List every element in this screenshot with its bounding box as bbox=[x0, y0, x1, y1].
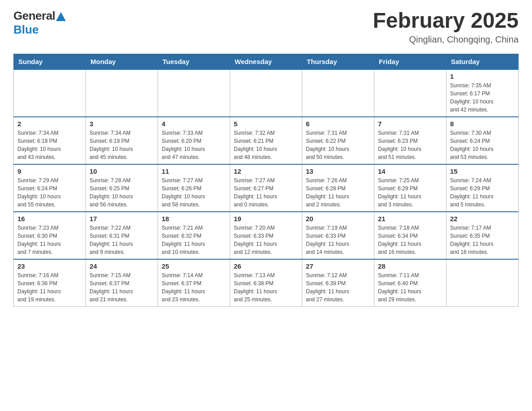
table-row: 25Sunrise: 7:14 AM Sunset: 6:37 PM Dayli… bbox=[158, 259, 230, 307]
day-number: 25 bbox=[162, 262, 226, 270]
day-number: 6 bbox=[306, 120, 370, 128]
page-header: General Blue February 2025 Qinglian, Cho… bbox=[13, 9, 519, 45]
day-number: 10 bbox=[90, 167, 154, 175]
day-info: Sunrise: 7:34 AM Sunset: 6:19 PM Dayligh… bbox=[90, 129, 154, 161]
day-info: Sunrise: 7:25 AM Sunset: 6:29 PM Dayligh… bbox=[378, 176, 442, 209]
month-title: February 2025 bbox=[373, 9, 519, 33]
day-number: 16 bbox=[17, 215, 82, 223]
day-number: 22 bbox=[450, 215, 515, 223]
day-number: 24 bbox=[90, 262, 154, 270]
week-row-4: 16Sunrise: 7:23 AM Sunset: 6:30 PM Dayli… bbox=[14, 212, 519, 259]
location-subtitle: Qinglian, Chongqing, China bbox=[373, 34, 519, 45]
svg-marker-0 bbox=[56, 12, 66, 21]
table-row bbox=[374, 69, 446, 117]
table-row: 6Sunrise: 7:31 AM Sunset: 6:22 PM Daylig… bbox=[302, 117, 374, 164]
table-row: 9Sunrise: 7:29 AM Sunset: 6:24 PM Daylig… bbox=[14, 164, 86, 212]
day-info: Sunrise: 7:31 AM Sunset: 6:23 PM Dayligh… bbox=[378, 129, 442, 161]
table-row: 22Sunrise: 7:17 AM Sunset: 6:35 PM Dayli… bbox=[446, 212, 519, 259]
day-info: Sunrise: 7:11 AM Sunset: 6:40 PM Dayligh… bbox=[378, 271, 442, 304]
logo: General Blue bbox=[13, 9, 66, 37]
table-row: 16Sunrise: 7:23 AM Sunset: 6:30 PM Dayli… bbox=[14, 212, 86, 259]
day-number: 14 bbox=[378, 167, 442, 175]
day-number: 1 bbox=[450, 73, 515, 80]
table-row: 15Sunrise: 7:24 AM Sunset: 6:29 PM Dayli… bbox=[446, 164, 519, 212]
day-number: 12 bbox=[234, 167, 298, 175]
day-number: 4 bbox=[162, 120, 226, 128]
table-row: 11Sunrise: 7:27 AM Sunset: 6:26 PM Dayli… bbox=[158, 164, 230, 212]
day-info: Sunrise: 7:16 AM Sunset: 6:36 PM Dayligh… bbox=[17, 271, 82, 304]
header-thursday: Thursday bbox=[302, 54, 374, 69]
day-info: Sunrise: 7:14 AM Sunset: 6:37 PM Dayligh… bbox=[162, 271, 226, 304]
day-number: 11 bbox=[162, 167, 226, 175]
table-row: 24Sunrise: 7:15 AM Sunset: 6:37 PM Dayli… bbox=[86, 259, 158, 307]
day-info: Sunrise: 7:29 AM Sunset: 6:24 PM Dayligh… bbox=[17, 176, 82, 209]
table-row: 7Sunrise: 7:31 AM Sunset: 6:23 PM Daylig… bbox=[374, 117, 446, 164]
header-tuesday: Tuesday bbox=[158, 54, 230, 69]
day-number: 17 bbox=[90, 215, 154, 223]
table-row: 2Sunrise: 7:34 AM Sunset: 6:18 PM Daylig… bbox=[14, 117, 86, 164]
logo-triangle-icon bbox=[56, 12, 66, 21]
day-number: 23 bbox=[17, 262, 82, 270]
day-number: 26 bbox=[234, 262, 298, 270]
day-info: Sunrise: 7:12 AM Sunset: 6:39 PM Dayligh… bbox=[306, 271, 370, 304]
table-row: 26Sunrise: 7:13 AM Sunset: 6:38 PM Dayli… bbox=[230, 259, 302, 307]
logo-general-text: General bbox=[13, 9, 55, 23]
week-row-3: 9Sunrise: 7:29 AM Sunset: 6:24 PM Daylig… bbox=[14, 164, 519, 212]
week-row-2: 2Sunrise: 7:34 AM Sunset: 6:18 PM Daylig… bbox=[14, 117, 519, 164]
day-info: Sunrise: 7:33 AM Sunset: 6:20 PM Dayligh… bbox=[162, 129, 226, 161]
table-row: 1Sunrise: 7:35 AM Sunset: 6:17 PM Daylig… bbox=[446, 69, 519, 117]
title-section: February 2025 Qinglian, Chongqing, China bbox=[373, 9, 519, 45]
day-info: Sunrise: 7:24 AM Sunset: 6:29 PM Dayligh… bbox=[450, 176, 515, 209]
day-info: Sunrise: 7:27 AM Sunset: 6:27 PM Dayligh… bbox=[234, 176, 298, 209]
weekday-header-row: Sunday Monday Tuesday Wednesday Thursday… bbox=[14, 54, 519, 69]
table-row: 27Sunrise: 7:12 AM Sunset: 6:39 PM Dayli… bbox=[302, 259, 374, 307]
day-info: Sunrise: 7:27 AM Sunset: 6:26 PM Dayligh… bbox=[162, 176, 226, 209]
table-row bbox=[86, 69, 158, 117]
day-info: Sunrise: 7:28 AM Sunset: 6:25 PM Dayligh… bbox=[90, 176, 154, 209]
week-row-5: 23Sunrise: 7:16 AM Sunset: 6:36 PM Dayli… bbox=[14, 259, 519, 307]
table-row: 5Sunrise: 7:32 AM Sunset: 6:21 PM Daylig… bbox=[230, 117, 302, 164]
table-row: 21Sunrise: 7:18 AM Sunset: 6:34 PM Dayli… bbox=[374, 212, 446, 259]
table-row bbox=[158, 69, 230, 117]
day-number: 27 bbox=[306, 262, 370, 270]
day-info: Sunrise: 7:13 AM Sunset: 6:38 PM Dayligh… bbox=[234, 271, 298, 304]
day-number: 18 bbox=[162, 215, 226, 223]
day-number: 21 bbox=[378, 215, 442, 223]
day-number: 9 bbox=[17, 167, 82, 175]
header-wednesday: Wednesday bbox=[230, 54, 302, 69]
table-row: 17Sunrise: 7:22 AM Sunset: 6:31 PM Dayli… bbox=[86, 212, 158, 259]
day-number: 15 bbox=[450, 167, 515, 175]
day-info: Sunrise: 7:17 AM Sunset: 6:35 PM Dayligh… bbox=[450, 224, 515, 256]
day-number: 20 bbox=[306, 215, 370, 223]
table-row: 10Sunrise: 7:28 AM Sunset: 6:25 PM Dayli… bbox=[86, 164, 158, 212]
logo-blue-text: Blue bbox=[13, 23, 39, 36]
table-row: 8Sunrise: 7:30 AM Sunset: 6:24 PM Daylig… bbox=[446, 117, 519, 164]
calendar-table: Sunday Monday Tuesday Wednesday Thursday… bbox=[13, 54, 519, 307]
day-info: Sunrise: 7:20 AM Sunset: 6:33 PM Dayligh… bbox=[234, 224, 298, 256]
day-number: 3 bbox=[90, 120, 154, 128]
table-row: 23Sunrise: 7:16 AM Sunset: 6:36 PM Dayli… bbox=[14, 259, 86, 307]
header-monday: Monday bbox=[86, 54, 158, 69]
day-info: Sunrise: 7:26 AM Sunset: 6:28 PM Dayligh… bbox=[306, 176, 370, 209]
table-row: 3Sunrise: 7:34 AM Sunset: 6:19 PM Daylig… bbox=[86, 117, 158, 164]
day-number: 2 bbox=[17, 120, 82, 128]
table-row: 13Sunrise: 7:26 AM Sunset: 6:28 PM Dayli… bbox=[302, 164, 374, 212]
table-row: 20Sunrise: 7:19 AM Sunset: 6:33 PM Dayli… bbox=[302, 212, 374, 259]
table-row: 18Sunrise: 7:21 AM Sunset: 6:32 PM Dayli… bbox=[158, 212, 230, 259]
day-number: 7 bbox=[378, 120, 442, 128]
header-saturday: Saturday bbox=[446, 54, 519, 69]
day-number: 19 bbox=[234, 215, 298, 223]
day-info: Sunrise: 7:19 AM Sunset: 6:33 PM Dayligh… bbox=[306, 224, 370, 256]
day-number: 8 bbox=[450, 120, 515, 128]
header-sunday: Sunday bbox=[14, 54, 86, 69]
day-info: Sunrise: 7:22 AM Sunset: 6:31 PM Dayligh… bbox=[90, 224, 154, 256]
day-info: Sunrise: 7:18 AM Sunset: 6:34 PM Dayligh… bbox=[378, 224, 442, 256]
day-info: Sunrise: 7:30 AM Sunset: 6:24 PM Dayligh… bbox=[450, 129, 515, 161]
table-row: 14Sunrise: 7:25 AM Sunset: 6:29 PM Dayli… bbox=[374, 164, 446, 212]
week-row-1: 1Sunrise: 7:35 AM Sunset: 6:17 PM Daylig… bbox=[14, 69, 519, 117]
table-row: 4Sunrise: 7:33 AM Sunset: 6:20 PM Daylig… bbox=[158, 117, 230, 164]
day-info: Sunrise: 7:34 AM Sunset: 6:18 PM Dayligh… bbox=[17, 129, 82, 161]
day-info: Sunrise: 7:23 AM Sunset: 6:30 PM Dayligh… bbox=[17, 224, 82, 256]
table-row bbox=[230, 69, 302, 117]
table-row: 19Sunrise: 7:20 AM Sunset: 6:33 PM Dayli… bbox=[230, 212, 302, 259]
